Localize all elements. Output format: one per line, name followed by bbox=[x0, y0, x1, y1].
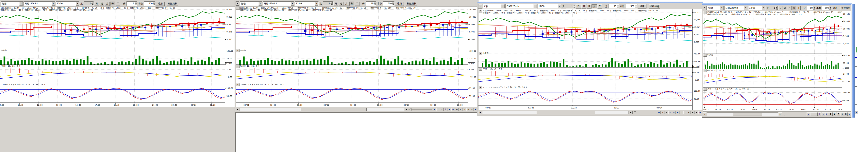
bar-unit-spinner[interactable]: 1 bbox=[566, 4, 576, 8]
bar-count-spinner[interactable]: 500 bbox=[383, 1, 395, 6]
period-day-button[interactable]: 日 bbox=[778, 6, 782, 10]
chevron-down-icon[interactable]: ▼ bbox=[478, 4, 482, 8]
nav-button-X[interactable]: X bbox=[470, 108, 474, 111]
interval-spinner[interactable]: 15 bbox=[366, 1, 376, 6]
chevron-down-icon[interactable]: ▼ bbox=[291, 2, 294, 5]
chevron-down-icon[interactable]: ▼ bbox=[762, 6, 766, 10]
scroll-right-button[interactable]: ▶ bbox=[629, 111, 632, 115]
spinner-arrows-icon[interactable] bbox=[392, 2, 394, 5]
period-day-button[interactable]: 日 bbox=[333, 2, 338, 6]
collapse-volume-pane-button[interactable]: ▼ bbox=[703, 54, 707, 57]
period-week-button[interactable]: 週 bbox=[582, 4, 586, 8]
chevron-down-icon[interactable]: ▼ bbox=[52, 2, 55, 5]
scrollbar-thumb[interactable] bbox=[301, 108, 366, 111]
nav-button-R[interactable]: R bbox=[687, 111, 691, 114]
collapse-price-pane-button[interactable]: ▼ bbox=[236, 7, 240, 10]
chevron-down-icon[interactable]: ▼ bbox=[501, 4, 504, 8]
spinner-arrows-icon[interactable] bbox=[617, 4, 619, 8]
collapse-price-pane-button[interactable]: ▼ bbox=[479, 9, 482, 12]
collapse-stoch-pane-button[interactable]: ▼ bbox=[0, 83, 0, 86]
chevron-down-icon[interactable]: ▼ bbox=[315, 2, 318, 5]
apply-button[interactable]: 適用 bbox=[638, 4, 647, 8]
nav-button-■[interactable]: ■ bbox=[447, 108, 451, 111]
period-tick-button[interactable]: T bbox=[597, 4, 602, 8]
nav-button-■[interactable]: ■ bbox=[672, 111, 676, 114]
interval-spinner[interactable]: 5 bbox=[126, 1, 137, 6]
collapse-macd-pane-button[interactable]: ▼ bbox=[703, 69, 707, 72]
nav-button-−[interactable]: − bbox=[664, 111, 668, 114]
nav-button-R[interactable]: R bbox=[463, 108, 466, 111]
nav-button-+[interactable]: + bbox=[661, 111, 664, 114]
period-day-button[interactable]: 日 bbox=[576, 4, 581, 8]
collapse-price-pane-button[interactable]: ▼ bbox=[703, 11, 707, 14]
chevron-down-icon[interactable]: ▼ bbox=[19, 2, 23, 5]
collapse-volume-pane-button[interactable]: ▼ bbox=[236, 49, 240, 52]
spinner-arrows-icon[interactable] bbox=[573, 4, 575, 8]
scrollbar-thumb[interactable] bbox=[733, 112, 762, 116]
spinner-arrows-icon[interactable] bbox=[135, 2, 137, 5]
multi-symbol-button[interactable]: 複数銘柄 bbox=[167, 2, 178, 6]
scroll-right-button[interactable]: ▶ bbox=[778, 112, 782, 116]
nav-button-✛[interactable]: ✛ bbox=[444, 108, 447, 111]
nav-button-⊕[interactable]: ⊕ bbox=[691, 111, 694, 114]
chevron-down-icon[interactable]: ▼ bbox=[76, 2, 79, 5]
spinner-arrows-icon[interactable] bbox=[331, 2, 333, 5]
nav-button-X[interactable]: X bbox=[844, 112, 848, 116]
scroll-left-button[interactable]: ◀ bbox=[236, 108, 239, 111]
period-month-button[interactable]: 月 bbox=[105, 2, 110, 6]
nav-button-+[interactable]: + bbox=[436, 108, 440, 111]
nav-button-+[interactable]: + bbox=[810, 112, 814, 116]
market-select[interactable]: 先物▼ bbox=[240, 1, 262, 6]
scrollbar-track[interactable] bbox=[707, 112, 778, 116]
nav-button-◀[interactable]: ◀ bbox=[807, 112, 810, 116]
nav-button-⊕[interactable]: ⊕ bbox=[840, 112, 844, 116]
nav-button-▶[interactable]: ▶ bbox=[825, 112, 829, 116]
scrollbar-thumb[interactable] bbox=[536, 111, 595, 114]
contract-select[interactable]: 12/06▼ bbox=[295, 1, 318, 6]
period-week-button[interactable]: 週 bbox=[783, 6, 787, 10]
spinner-arrows-icon[interactable] bbox=[91, 2, 93, 5]
mini-combo[interactable]: ▼ bbox=[478, 4, 482, 8]
collapse-stoch-pane-button[interactable]: ▼ bbox=[236, 83, 240, 86]
symbol-select[interactable]: 日経225mini▼ bbox=[505, 4, 537, 8]
collapse-volume-pane-button[interactable]: ▼ bbox=[0, 49, 0, 52]
symbol-select[interactable]: 日経225mini▼ bbox=[262, 1, 294, 6]
period-month-button[interactable]: 月 bbox=[587, 4, 591, 8]
chevron-down-icon[interactable]: ▼ bbox=[703, 6, 706, 10]
chevron-down-icon[interactable]: ▼ bbox=[720, 6, 723, 10]
zoom-slider-thumb[interactable] bbox=[634, 111, 636, 114]
bar-count-spinner[interactable]: 500 bbox=[626, 4, 637, 8]
chevron-down-icon[interactable]: ▼ bbox=[744, 6, 747, 10]
mini-combo[interactable]: ▼ bbox=[236, 1, 239, 6]
nav-button-✛[interactable]: ✛ bbox=[818, 112, 822, 116]
period-month-button[interactable]: 月 bbox=[787, 6, 792, 10]
bar-unit-spinner[interactable]: 1 bbox=[84, 1, 94, 6]
collapse-macd-pane-button[interactable]: ▼ bbox=[479, 68, 482, 71]
spinner-arrows-icon[interactable] bbox=[829, 6, 831, 10]
contract-select[interactable]: 12/06▼ bbox=[56, 1, 80, 6]
collapse-macd-pane-button[interactable]: ▼ bbox=[236, 65, 240, 68]
period-month-button[interactable]: 月 bbox=[344, 2, 349, 6]
nav-button-L[interactable]: L bbox=[459, 108, 462, 111]
period-minute-button[interactable]: 分 bbox=[110, 2, 115, 6]
scroll-right-button[interactable]: ▶ bbox=[405, 108, 408, 111]
nav-button-L[interactable]: L bbox=[683, 111, 687, 114]
period-tick-button[interactable]: T bbox=[116, 2, 120, 6]
contract-select[interactable]: 12/06▼ bbox=[748, 6, 766, 10]
nav-button-✛[interactable]: ✛ bbox=[669, 111, 672, 114]
chevron-down-icon[interactable]: ▼ bbox=[558, 4, 561, 8]
interval-spinner[interactable]: 30 bbox=[608, 4, 619, 8]
zoom-slider-thumb[interactable] bbox=[784, 113, 785, 116]
nav-button-◀[interactable]: ◀ bbox=[657, 111, 661, 114]
spinner-arrows-icon[interactable] bbox=[153, 2, 155, 5]
nav-button-▶[interactable]: ▶ bbox=[676, 111, 679, 114]
apply-button[interactable]: 適用 bbox=[832, 6, 838, 10]
zoom-slider[interactable] bbox=[408, 108, 432, 111]
symbol-select[interactable]: 日経225mini▼ bbox=[724, 6, 748, 10]
market-select[interactable]: 先物▼ bbox=[1, 1, 23, 6]
apply-button[interactable]: 適用 bbox=[395, 2, 404, 6]
nav-button-▶[interactable]: ▶ bbox=[848, 112, 851, 116]
nav-button-D[interactable]: D bbox=[455, 108, 459, 111]
bar-unit-spinner[interactable]: 1 bbox=[770, 6, 778, 10]
mini-combo[interactable]: ▼ bbox=[0, 1, 0, 6]
